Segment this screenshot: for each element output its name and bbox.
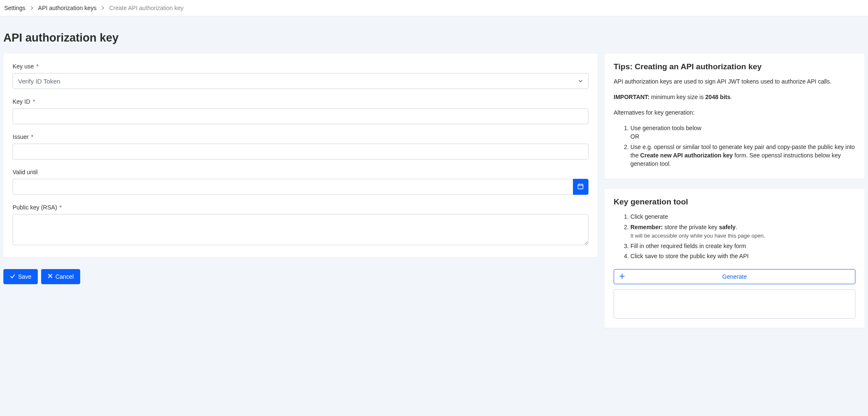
calendar-icon [577,183,584,191]
key-use-value: Verify ID Token [18,78,60,85]
tips-title: Tips: Creating an API authorization key [614,62,855,71]
tips-panel: Tips: Creating an API authorization key … [604,54,865,179]
generate-button-label: Generate [722,273,747,280]
key-id-input[interactable] [13,108,588,124]
cancel-button-label: Cancel [55,273,74,280]
key-use-label: Key use * [13,63,588,70]
page-title: API authorization key [3,31,865,44]
breadcrumb: Settings API authorization keys Create A… [0,0,868,16]
breadcrumb-link-api-auth-keys[interactable]: API authorization keys [38,5,97,11]
valid-until-input[interactable] [13,179,573,195]
list-item: Click generate [630,212,855,221]
check-icon [10,273,16,280]
list-item: Use generation tools below OR [630,124,855,141]
public-key-label: Public key (RSA) * [13,204,588,211]
list-item: Click save to store the public key with … [630,252,855,260]
key-gen-steps: Click generate Remember: store the priva… [614,212,855,260]
save-button-label: Save [18,273,31,280]
chevron-down-icon [578,78,583,85]
breadcrumb-current: Create API authorization key [109,5,183,11]
tips-alternatives-list: Use generation tools below OR Use e.g. o… [614,124,855,168]
key-gen-title: Key generation tool [614,197,855,207]
generated-key-output [614,289,855,319]
form-panel: Key use * Verify ID Token Key ID * [3,54,598,257]
save-button[interactable]: Save [3,269,38,284]
chevron-right-icon [30,5,34,11]
list-item: Use e.g. openssl or similar tool to gene… [630,143,855,168]
public-key-textarea[interactable] [13,214,588,245]
close-icon [47,273,53,280]
valid-until-label: Valid until [13,169,588,175]
issuer-input[interactable] [13,144,588,160]
list-item: Fill in other required fields in create … [630,242,855,250]
tips-intro: API authorization keys are used to sign … [614,77,855,86]
chevron-right-icon [101,5,105,11]
tips-alternatives-heading: Alternatives for key generation: [614,108,855,117]
tips-important: IMPORTANT: minimum key size is 2048 bits… [614,93,855,102]
issuer-label: Issuer * [13,133,588,140]
generate-button[interactable]: Generate [614,269,855,284]
list-item: Remember: store the private key safely. … [630,223,855,240]
date-picker-button[interactable] [573,179,588,195]
plus-icon [619,273,625,280]
cancel-button[interactable]: Cancel [41,269,80,284]
svg-rect-0 [578,184,583,189]
key-id-label: Key ID * [13,98,588,105]
key-use-select[interactable]: Verify ID Token [13,73,588,89]
key-gen-panel: Key generation tool Click generate Remem… [604,189,865,327]
breadcrumb-link-settings[interactable]: Settings [4,5,26,11]
